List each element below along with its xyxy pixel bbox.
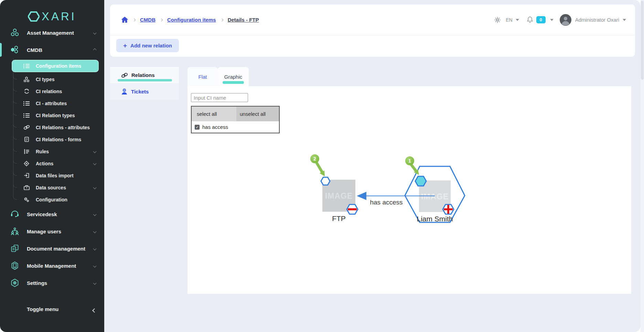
ticket-person-icon bbox=[121, 88, 128, 95]
chevron-up-icon bbox=[93, 48, 97, 52]
sidebar-item-label: Servicedesk bbox=[27, 211, 57, 217]
sidebar: XARI Asset Management bbox=[0, 0, 104, 332]
active-tab-underline bbox=[223, 81, 244, 84]
app-frame: XARI Asset Management bbox=[0, 0, 641, 332]
sidebar-item-label: CI Relation types bbox=[36, 113, 75, 118]
bell-icon[interactable] bbox=[527, 16, 533, 23]
sidebar-item-mobile-management[interactable]: Mobile Management bbox=[0, 257, 104, 274]
chevron-down-icon bbox=[93, 212, 97, 216]
breadcrumb-link-configuration-items[interactable]: Configuration items bbox=[167, 17, 216, 23]
port-hexagon-icon[interactable] bbox=[321, 177, 330, 185]
node-image-placeholder: IMAGE bbox=[325, 191, 353, 200]
chain-link-icon bbox=[22, 125, 31, 130]
sidebar-item-settings[interactable]: Settings bbox=[0, 274, 104, 291]
breadcrumb-separator-icon bbox=[220, 18, 223, 21]
sidebar-item-data-sources[interactable]: Data sources bbox=[0, 181, 104, 193]
tree-branch bbox=[13, 74, 17, 79]
chevron-down-icon bbox=[93, 247, 97, 250]
checkbox-checked-icon[interactable]: ✓ bbox=[195, 125, 200, 130]
user-name[interactable]: Administrator Oxari bbox=[575, 17, 619, 23]
breadcrumb-link-cmdb[interactable]: CMDB bbox=[140, 17, 155, 23]
toggle-menu-label: Toggle menu bbox=[27, 306, 58, 312]
sidebar-item-ci-relations[interactable]: CI relations bbox=[0, 85, 104, 97]
port-hexagon-selected-icon[interactable] bbox=[415, 176, 426, 186]
sidebar-item-ci-relations-attributes[interactable]: CI Relations - attributes bbox=[0, 121, 104, 133]
caret-down-icon[interactable] bbox=[550, 19, 554, 21]
sidebar-item-rules[interactable]: Rules bbox=[0, 145, 104, 157]
notification-badge[interactable]: 0 bbox=[536, 16, 546, 23]
unselect-all-button[interactable]: unselect all bbox=[236, 107, 279, 121]
sidebar-item-ci-relations-forms[interactable]: CI Relations - forms bbox=[0, 133, 104, 145]
edge-label: has access bbox=[370, 199, 402, 206]
sidebar-item-label: CI types bbox=[36, 77, 54, 82]
chevron-down-icon bbox=[93, 150, 97, 153]
add-new-relation-label: Add new relation bbox=[130, 43, 172, 48]
node-label-ftp: FTP bbox=[332, 214, 346, 222]
hexagon-cluster-icon bbox=[10, 29, 20, 37]
avatar[interactable] bbox=[560, 14, 571, 26]
caret-down-icon[interactable] bbox=[516, 19, 519, 21]
relations-panel: Relations Tickets bbox=[110, 67, 179, 100]
tree-branch bbox=[13, 110, 17, 115]
remove-relation-icon[interactable] bbox=[347, 204, 358, 214]
cmdb-submenu: Configuration items CI types CI relation… bbox=[0, 58, 104, 206]
oxari-logo-hexagon-icon bbox=[28, 10, 40, 23]
breadcrumb-current: Details - FTP bbox=[228, 17, 259, 23]
chevron-down-icon bbox=[93, 162, 97, 165]
sidebar-item-label: CI relations bbox=[36, 89, 62, 94]
target-icon bbox=[22, 161, 31, 166]
sidebar-item-asset-management[interactable]: Asset Management bbox=[0, 24, 104, 41]
page-scrollbar[interactable] bbox=[641, 0, 644, 332]
order-marker-2: 2 bbox=[310, 154, 325, 176]
tab-relations[interactable]: Relations bbox=[110, 67, 179, 83]
gears-icon bbox=[22, 197, 31, 202]
language-selector[interactable]: EN bbox=[506, 17, 512, 23]
chevron-down-icon bbox=[93, 264, 97, 267]
sidebar-item-configuration[interactable]: Configuration bbox=[0, 193, 104, 206]
sidebar-item-cmdb[interactable]: CMDB bbox=[0, 41, 104, 58]
sidebar-item-label: Asset Management bbox=[27, 30, 74, 36]
sidebar-item-document-management[interactable]: Document management bbox=[0, 240, 104, 257]
sidebar-item-configuration-items[interactable]: Configuration items bbox=[12, 60, 99, 72]
chevron-down-icon bbox=[93, 281, 97, 285]
tab-tickets[interactable]: Tickets bbox=[110, 83, 179, 100]
sidebar-item-label: CMDB bbox=[27, 47, 42, 53]
scrollbar-thumb[interactable] bbox=[641, 1, 644, 80]
order-badge: 1 bbox=[408, 158, 411, 164]
ci-name-input[interactable] bbox=[191, 93, 248, 102]
sidebar-item-label: Rules bbox=[36, 149, 49, 154]
active-tab-underline bbox=[118, 79, 172, 81]
sidebar-item-manage-users[interactable]: Manage users bbox=[0, 223, 104, 240]
breadcrumb-separator-icon bbox=[160, 18, 163, 21]
tree-branch bbox=[13, 146, 17, 152]
add-new-relation-button[interactable]: + Add new relation bbox=[116, 39, 179, 52]
tab-graphic[interactable]: Graphic bbox=[218, 67, 249, 86]
graphic-view-panel: IMAGE IMAGE has access FTP Liam Smith bbox=[187, 86, 631, 294]
tree-branch bbox=[13, 122, 17, 128]
sidebar-item-actions[interactable]: Actions bbox=[0, 157, 104, 169]
gear-icon[interactable] bbox=[494, 16, 501, 23]
sidebar-item-ci-attributes[interactable]: CI - attributes bbox=[0, 97, 104, 109]
users-icon bbox=[10, 228, 20, 235]
chevron-down-icon bbox=[93, 230, 97, 233]
relation-type-option[interactable]: ✓ has access bbox=[192, 121, 279, 133]
tab-flat[interactable]: Flat bbox=[187, 67, 218, 86]
home-icon[interactable] bbox=[121, 16, 128, 23]
list-icon bbox=[22, 64, 31, 68]
toggle-menu-button[interactable]: Toggle menu bbox=[0, 300, 104, 318]
document-icon bbox=[22, 137, 31, 142]
relation-type-label: has access bbox=[202, 124, 228, 130]
add-relation-icon[interactable] bbox=[443, 204, 454, 214]
sidebar-item-ci-types[interactable]: CI types bbox=[0, 73, 104, 85]
sidebar-item-servicedesk[interactable]: Servicedesk bbox=[0, 206, 104, 223]
sidebar-item-label: Document management bbox=[27, 246, 85, 252]
sidebar-item-data-files-import[interactable]: Data files import bbox=[0, 169, 104, 181]
import-icon bbox=[22, 173, 31, 178]
tree-branch bbox=[13, 134, 17, 140]
tree-branch bbox=[13, 98, 17, 103]
sidebar-item-ci-relation-types[interactable]: CI Relation types bbox=[0, 109, 104, 121]
edge-arrowhead-icon bbox=[357, 192, 366, 200]
caret-down-icon[interactable] bbox=[623, 19, 626, 21]
tab-graphic-label: Graphic bbox=[224, 74, 243, 80]
select-all-button[interactable]: select all bbox=[192, 107, 236, 121]
